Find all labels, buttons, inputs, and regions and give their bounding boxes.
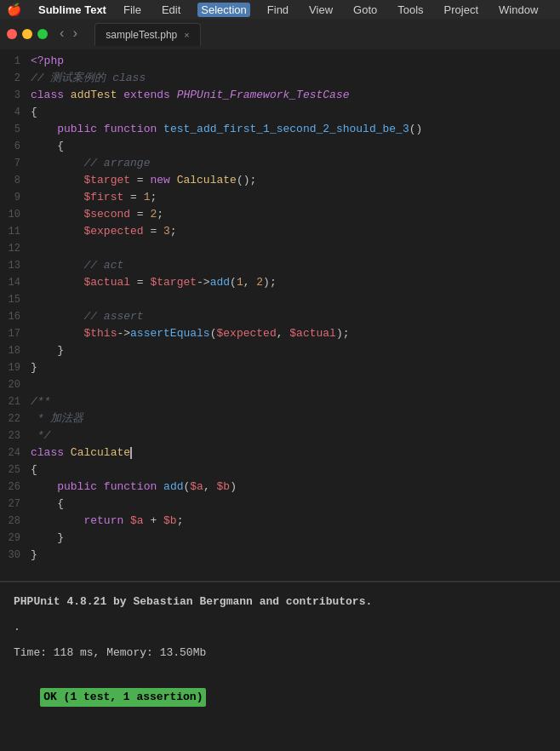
menu-selection[interactable]: Selection xyxy=(197,3,249,17)
terminal-line-1: PHPUnit 4.8.21 by Sebastian Bergmann and… xyxy=(14,593,546,611)
code-line-16: 16 // assert xyxy=(0,308,560,325)
menu-tools[interactable]: Tools xyxy=(394,3,426,17)
code-line-6: 6 { xyxy=(0,138,560,155)
tab-filename: sampleTest.php xyxy=(106,29,177,41)
code-line-2: 2 // 测试案例的 class xyxy=(0,70,560,87)
code-line-13: 13 // act xyxy=(0,257,560,274)
menubar: 🍎 Sublime Text File Edit Selection Find … xyxy=(0,0,560,19)
menu-view[interactable]: View xyxy=(306,3,336,17)
code-line-11: 11 $expected = 3; xyxy=(0,223,560,240)
terminal-line-3: Time: 118 ms, Memory: 13.50Mb xyxy=(14,644,546,662)
code-line-25: 25 { xyxy=(0,461,560,479)
code-content: 1 <?php 2 // 测试案例的 class 3 class addTest… xyxy=(0,49,560,581)
close-window-button[interactable] xyxy=(7,29,17,39)
code-line-17: 17 $this->assertEquals($expected, $actua… xyxy=(0,325,560,342)
code-line-1: 1 <?php xyxy=(0,53,560,70)
tab-close-button[interactable]: × xyxy=(184,30,189,40)
code-editor[interactable]: 1 <?php 2 // 测试案例的 class 3 class addTest… xyxy=(0,49,560,581)
code-line-22: 22 * 加法器 xyxy=(0,410,560,427)
ok-badge: OK (1 test, 1 assertion) xyxy=(40,688,206,707)
code-line-19: 19 } xyxy=(0,359,560,376)
code-line-3: 3 class addTest extends PHPUnit_Framewor… xyxy=(0,87,560,104)
terminal-line-2: . xyxy=(14,618,546,637)
menu-project[interactable]: Project xyxy=(441,3,482,17)
code-line-27: 27 { xyxy=(0,496,560,513)
code-line-12: 12 xyxy=(0,240,560,257)
window-chrome: ‹ › sampleTest.php × xyxy=(0,19,560,49)
nav-back-button[interactable]: ‹ xyxy=(56,27,68,41)
code-line-18: 18 } xyxy=(0,342,560,359)
maximize-window-button[interactable] xyxy=(37,29,48,39)
code-line-23: 23 */ xyxy=(0,427,560,444)
traffic-lights xyxy=(7,29,48,39)
menu-edit[interactable]: Edit xyxy=(158,3,184,17)
code-line-30: 30 } xyxy=(0,547,560,564)
code-line-14: 14 $actual = $target->add(1, 2); xyxy=(0,274,560,291)
menu-find[interactable]: Find xyxy=(264,3,292,17)
terminal-panel: PHPUnit 4.8.21 by Sebastian Bergmann and… xyxy=(0,581,560,751)
code-line-24: 24 class Calculate xyxy=(0,444,560,461)
apple-icon: 🍎 xyxy=(7,3,21,16)
tab-navigation: ‹ › xyxy=(56,27,81,41)
nav-forward-button[interactable]: › xyxy=(70,27,82,41)
code-line-10: 10 $second = 2; xyxy=(0,206,560,223)
minimize-window-button[interactable] xyxy=(22,29,32,39)
code-line-9: 9 $first = 1; xyxy=(0,189,560,206)
code-line-15: 15 xyxy=(0,291,560,308)
code-line-5: 5 public function test_add_first_1_secon… xyxy=(0,121,560,138)
code-line-8: 8 $target = new Calculate(); xyxy=(0,172,560,189)
code-line-4: 4 { xyxy=(0,104,560,121)
code-line-21: 21 /** xyxy=(0,393,560,410)
code-line-7: 7 // arrange xyxy=(0,155,560,172)
app-name: Sublime Text xyxy=(38,3,106,16)
code-line-29: 29 } xyxy=(0,530,560,547)
terminal-ok-line: OK (1 test, 1 assertion) xyxy=(14,669,546,725)
menu-goto[interactable]: Goto xyxy=(350,3,380,17)
code-line-28: 28 return $a + $b; xyxy=(0,513,560,530)
code-line-20: 20 xyxy=(0,376,560,393)
menu-file[interactable]: File xyxy=(120,3,145,17)
menu-window[interactable]: Window xyxy=(495,3,541,17)
code-line-26: 26 public function add($a, $b) xyxy=(0,479,560,496)
tab-sampletest[interactable]: sampleTest.php × xyxy=(94,23,200,46)
